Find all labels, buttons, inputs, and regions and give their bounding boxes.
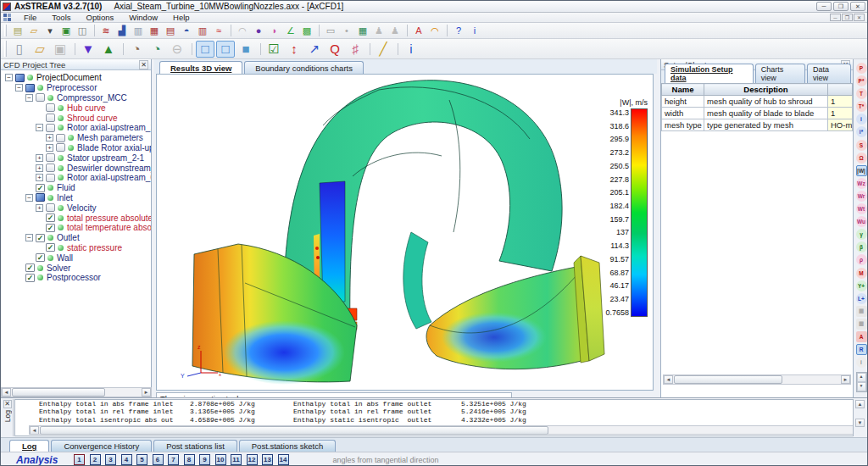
expand-icon[interactable]: + (46, 144, 53, 152)
stage-stack-icon[interactable]: ▦ (147, 24, 162, 37)
broom-icon[interactable]: ╱ (374, 41, 392, 58)
quantity-P-icon[interactable]: P (856, 63, 867, 74)
tree-item[interactable]: −✓Fluid (1, 183, 151, 193)
table-row[interactable]: heightmesh quality of hub to shroud1 (662, 96, 853, 108)
tab-post-stations-list[interactable]: Post stations list (153, 440, 237, 452)
expand-icon[interactable]: + (46, 134, 53, 141)
station-button-13[interactable]: 13 (262, 454, 273, 465)
station-button-11[interactable]: 11 (231, 454, 242, 465)
quantity-T-icon[interactable]: T* (856, 101, 867, 112)
cell-value[interactable]: 1 (828, 96, 853, 108)
cell-description[interactable]: type generated by mesh (704, 119, 828, 131)
context-help-icon[interactable]: ? (451, 24, 466, 37)
expand-tree-icon[interactable]: ▲ (99, 41, 118, 58)
tab-simulation-setup-data[interactable]: Simulation Setup data (665, 64, 754, 83)
tree-item[interactable]: −✓Wall (1, 252, 151, 263)
scroll-thumb[interactable] (12, 388, 105, 397)
histogram-icon[interactable]: ▥ (195, 24, 210, 37)
open-folder-icon[interactable]: ▱ (31, 41, 49, 58)
tree-item[interactable]: −✓static pressure (1, 243, 151, 253)
new-page-icon[interactable]: ▯ (10, 41, 29, 58)
tree-item[interactable]: −✓Postprocessor (1, 273, 151, 283)
cell-name[interactable]: width (662, 108, 704, 119)
menu-item-help[interactable]: Help (165, 13, 198, 22)
spin-down-icon[interactable]: ▼ (857, 382, 866, 391)
station-button-2[interactable]: 2 (90, 454, 101, 465)
view-solid-icon[interactable]: ■ (236, 41, 255, 58)
station-button-1[interactable]: 1 (74, 454, 85, 465)
report-icon[interactable]: ▤ (163, 24, 178, 37)
cell-description[interactable]: mesh quality of blade to blade (704, 108, 828, 119)
quantity-R-icon[interactable]: R (856, 344, 867, 355)
scroll-right-icon[interactable]: ► (841, 375, 850, 384)
close-icon[interactable]: ✕ (3, 400, 12, 408)
table-row[interactable]: widthmesh quality of blade to blade1 (662, 108, 853, 119)
menu-item-window[interactable]: Window (121, 13, 165, 22)
cell-value[interactable]: 1 (828, 108, 853, 119)
open-file-dropdown-icon[interactable]: ▾ (42, 24, 58, 37)
tree-item[interactable]: +Velocity (1, 202, 151, 213)
station-button-5[interactable]: 5 (136, 454, 147, 465)
checkbox-icon[interactable]: ✓ (25, 274, 35, 282)
station-button-4[interactable]: 4 (121, 454, 132, 465)
tree-item[interactable]: −Inlet (1, 193, 151, 203)
system-menu-icon[interactable] (3, 14, 11, 21)
mdi-close-button[interactable]: ✕ (854, 14, 865, 21)
quantity-Wr-icon[interactable]: Wr (856, 191, 867, 202)
cell-name[interactable]: height (662, 96, 704, 108)
spin-up-icon[interactable]: ▲ (857, 373, 866, 382)
collapse-icon[interactable]: − (25, 234, 33, 241)
station-button-6[interactable]: 6 (153, 454, 164, 465)
database-icon[interactable]: ◓ (179, 24, 194, 37)
log-vertical-scrollbar[interactable]: ▲ ▼ (855, 400, 867, 427)
expand-icon[interactable]: + (36, 154, 43, 162)
save-icon[interactable]: ▣ (58, 24, 74, 37)
tree-item[interactable]: −Hub curve (1, 103, 151, 113)
scroll-left-icon[interactable]: ◄ (2, 388, 11, 397)
column-chart-icon[interactable]: ▥ (131, 24, 146, 37)
tab-results-3d-view[interactable]: Results 3D view (159, 61, 242, 74)
station-button-10[interactable]: 10 (215, 454, 226, 465)
menu-item-options[interactable]: Options (79, 13, 122, 22)
quantity-i-icon[interactable]: i (856, 114, 867, 125)
tab-data-view[interactable]: Data view (807, 64, 851, 83)
menu-item-tools[interactable]: Tools (44, 13, 78, 22)
table-row[interactable]: mesh typetype generated by meshHO-me (662, 119, 853, 131)
scroll-down-icon[interactable]: ▼ (855, 419, 865, 427)
color-map-icon[interactable]: ▩ (299, 24, 314, 37)
stop-disabled-icon[interactable]: ⊖ (168, 41, 186, 58)
station-button-7[interactable]: 7 (168, 454, 179, 465)
quantity-M-icon[interactable]: M (856, 268, 867, 279)
expand-icon[interactable]: + (36, 164, 43, 172)
view-3d-box-icon[interactable]: □ (196, 41, 214, 58)
station-button-8[interactable]: 8 (184, 454, 195, 465)
tab-post-stations-sketch[interactable]: Post.stations sketch (239, 440, 336, 452)
tree-item[interactable]: +Rotor axial-upstream_6-2 (1, 173, 151, 183)
station-button-14[interactable]: 14 (278, 454, 289, 465)
quantity-Wt-icon[interactable]: Wt (856, 203, 867, 214)
checkbox-icon[interactable]: ✓ (46, 224, 55, 232)
checkbox-icon[interactable]: ✓ (36, 253, 45, 262)
tab-boundary-conditions-charts[interactable]: Boundary conditions charts (244, 61, 364, 74)
users-disabled-icon-2[interactable]: ♟ (387, 24, 403, 37)
sector-icon[interactable]: ◗ (267, 24, 282, 37)
restore-button[interactable]: ❐ (833, 2, 849, 11)
checkbox-icon[interactable]: ✓ (46, 243, 55, 252)
rail-spinner[interactable]: ▲▼ (856, 372, 867, 392)
info-icon[interactable]: i (467, 24, 482, 37)
minimize-button[interactable]: ─ (816, 2, 832, 11)
mesh-color-time-icon[interactable]: ◔ (147, 41, 166, 58)
tree-item[interactable]: +Mesh parameters (1, 133, 151, 143)
quantity--icon[interactable]: Ω (856, 153, 867, 164)
tree-item[interactable]: −✓total pressure absolute (1, 213, 151, 223)
log-horizontal-scrollbar[interactable]: ◄ ► (29, 425, 854, 435)
expand-icon[interactable]: + (36, 174, 43, 181)
collapse-icon[interactable]: − (36, 124, 43, 131)
tab-convergence-history[interactable]: Convergence History (51, 440, 152, 452)
checkbox-icon[interactable]: ✓ (36, 184, 45, 192)
station-button-3[interactable]: 3 (105, 454, 116, 465)
scroll-left-icon[interactable]: ◄ (664, 375, 673, 384)
scroll-thumb[interactable] (40, 426, 548, 435)
quantity-S-icon[interactable]: S (856, 140, 867, 151)
vectors-icon[interactable]: ↗ (305, 41, 324, 58)
